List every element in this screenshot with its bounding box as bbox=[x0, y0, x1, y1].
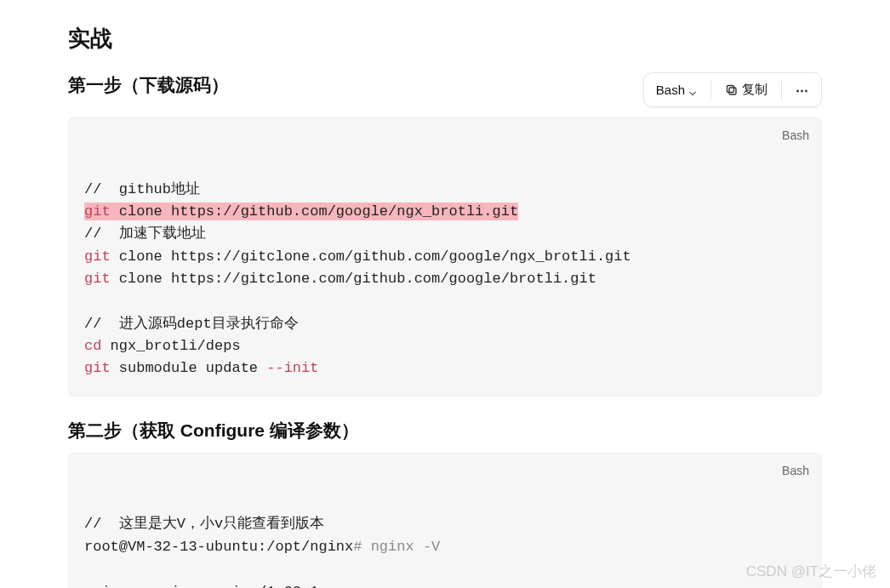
codeblock-lang-label-2: Bash bbox=[782, 462, 809, 481]
more-icon: ⋯ bbox=[796, 83, 809, 98]
page-title: 实战 bbox=[68, 24, 822, 54]
language-select[interactable]: Bash bbox=[648, 77, 705, 102]
highlighted-selection: git clone https://github.com/google/ngx_… bbox=[84, 203, 518, 220]
copy-icon bbox=[725, 83, 739, 97]
copy-button[interactable]: 复制 bbox=[716, 77, 776, 103]
language-label: Bash bbox=[656, 83, 685, 97]
toolbar-divider-2 bbox=[781, 81, 782, 100]
more-button[interactable]: ⋯ bbox=[787, 77, 818, 103]
codeblock-lang-label: Bash bbox=[782, 127, 809, 146]
watermark: CSDN @IT之一小佬 bbox=[746, 562, 876, 581]
svg-rect-1 bbox=[727, 85, 734, 92]
step1-heading: 第一步（下载源码） bbox=[68, 73, 229, 97]
svg-rect-0 bbox=[729, 88, 736, 94]
chevron-down-icon bbox=[688, 86, 697, 94]
copy-label: 复制 bbox=[742, 82, 767, 98]
codeblock-step2[interactable]: Bash // 这里是大V，小v只能查看到版本 root@VM-32-13-ub… bbox=[68, 453, 822, 588]
toolbar-divider bbox=[710, 81, 711, 100]
step1-header-row: 第一步（下载源码） Bash 复制 ⋯ bbox=[68, 72, 822, 107]
article-body: 实战 第一步（下载源码） Bash 复制 ⋯ Bash // g bbox=[0, 0, 890, 588]
codeblock-step1[interactable]: Bash // github地址 git clone https://githu… bbox=[68, 117, 822, 397]
code-toolbar: Bash 复制 ⋯ bbox=[643, 72, 822, 107]
step2-heading: 第二步（获取 Configure 编译参数） bbox=[68, 419, 822, 442]
